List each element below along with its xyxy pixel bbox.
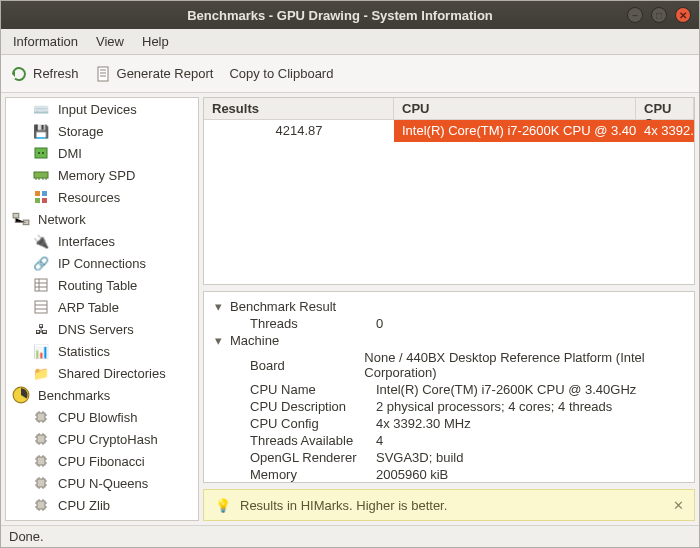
connections-icon: 🔗 (32, 254, 50, 272)
close-button[interactable]: ✕ (675, 7, 691, 23)
result-cfg: 4x 3392.3 (636, 120, 694, 142)
cpu-icon (32, 408, 50, 426)
sidebar-item-storage[interactable]: 💾Storage (6, 120, 198, 142)
arp-icon (32, 298, 50, 316)
main-panel: Results CPU CPU Cor 4214.87 Intel(R) Cor… (203, 97, 695, 521)
svg-rect-17 (37, 479, 45, 487)
folder-icon: 📁 (32, 364, 50, 382)
svg-point-2 (38, 152, 40, 154)
row-threads-available: Threads Available4 (212, 432, 686, 449)
sidebar-item-cpu-cryptohash[interactable]: CPU CryptoHash (6, 428, 198, 450)
board-icon (32, 144, 50, 162)
svg-rect-14 (37, 413, 45, 421)
svg-rect-18 (37, 501, 45, 509)
expander-icon[interactable]: ▾ (212, 299, 224, 314)
sidebar[interactable]: ⌨️Input Devices 💾Storage DMI Memory SPD … (5, 97, 199, 521)
svg-rect-0 (98, 67, 108, 81)
sidebar-item-cpu-nqueens[interactable]: CPU N-Queens (6, 472, 198, 494)
sidebar-item-cpu-fibonacci[interactable]: CPU Fibonacci (6, 450, 198, 472)
refresh-icon (11, 66, 27, 82)
svg-rect-15 (37, 435, 45, 443)
copy-clipboard-label: Copy to Clipboard (229, 66, 333, 81)
row-cpu-name: CPU NameIntel(R) Core(TM) i7-2600K CPU @… (212, 381, 686, 398)
svg-point-3 (42, 152, 44, 154)
routing-icon (32, 276, 50, 294)
fpu-icon (32, 518, 50, 521)
minimize-button[interactable]: – (627, 7, 643, 23)
cpu-icon (32, 452, 50, 470)
col-results[interactable]: Results (204, 98, 394, 119)
content-area: ⌨️Input Devices 💾Storage DMI Memory SPD … (1, 93, 699, 525)
svg-rect-11 (35, 279, 47, 291)
keyboard-icon: ⌨️ (32, 100, 50, 118)
svg-rect-5 (35, 191, 40, 196)
sidebar-item-cpu-zlib[interactable]: CPU Zlib (6, 494, 198, 516)
cpu-icon (32, 496, 50, 514)
window-title: Benchmarks - GPU Drawing - System Inform… (61, 8, 619, 23)
generate-report-button[interactable]: Generate Report (95, 66, 214, 82)
dns-icon: 🖧 (32, 320, 50, 338)
results-header: Results CPU CPU Cor (204, 98, 694, 120)
memory-icon (32, 166, 50, 184)
svg-rect-9 (13, 213, 19, 218)
row-threads: Threads0 (212, 315, 686, 332)
sidebar-item-fpu-fft[interactable]: FPU FFT (6, 516, 198, 521)
cpu-icon (32, 474, 50, 492)
svg-rect-1 (35, 148, 47, 158)
sidebar-item-routing-table[interactable]: Routing Table (6, 274, 198, 296)
storage-icon: 💾 (32, 122, 50, 140)
lightbulb-icon: 💡 (214, 496, 232, 514)
sidebar-item-arp-table[interactable]: ARP Table (6, 296, 198, 318)
sidebar-item-input-devices[interactable]: ⌨️Input Devices (6, 98, 198, 120)
benchmarks-icon (12, 386, 30, 404)
col-cpu-config[interactable]: CPU Cor (636, 98, 694, 119)
svg-rect-12 (35, 301, 47, 313)
toolbar: Refresh Generate Report Copy to Clipboar… (1, 55, 699, 93)
sidebar-item-interfaces[interactable]: 🔌Interfaces (6, 230, 198, 252)
window: Benchmarks - GPU Drawing - System Inform… (0, 0, 700, 548)
table-row[interactable]: 4214.87 Intel(R) Core(TM) i7-2600K CPU @… (204, 120, 694, 142)
menu-information[interactable]: Information (9, 32, 82, 51)
status-text: Done. (9, 529, 44, 544)
sidebar-item-resources[interactable]: Resources (6, 186, 198, 208)
svg-rect-16 (37, 457, 45, 465)
cpu-icon (32, 430, 50, 448)
group-machine[interactable]: ▾Machine (212, 332, 686, 349)
menu-help[interactable]: Help (138, 32, 173, 51)
row-memory: Memory2005960 kiB (212, 466, 686, 483)
svg-rect-8 (42, 198, 47, 203)
menubar: Information View Help (1, 29, 699, 55)
results-table: Results CPU CPU Cor 4214.87 Intel(R) Cor… (203, 97, 695, 285)
refresh-button[interactable]: Refresh (11, 66, 79, 82)
report-icon (95, 66, 111, 82)
sidebar-category-network[interactable]: Network (6, 208, 198, 230)
sidebar-category-benchmarks[interactable]: Benchmarks (6, 384, 198, 406)
stats-icon: 📊 (32, 342, 50, 360)
sidebar-item-cpu-blowfish[interactable]: CPU Blowfish (6, 406, 198, 428)
sidebar-item-memory-spd[interactable]: Memory SPD (6, 164, 198, 186)
sidebar-item-ip-connections[interactable]: 🔗IP Connections (6, 252, 198, 274)
statusbar: Done. (1, 525, 699, 547)
result-value: 4214.87 (204, 120, 394, 142)
refresh-label: Refresh (33, 66, 79, 81)
sidebar-item-shared-dirs[interactable]: 📁Shared Directories (6, 362, 198, 384)
copy-clipboard-button[interactable]: Copy to Clipboard (229, 66, 333, 81)
titlebar: Benchmarks - GPU Drawing - System Inform… (1, 1, 699, 29)
sidebar-item-dmi[interactable]: DMI (6, 142, 198, 164)
svg-rect-6 (42, 191, 47, 196)
network-icon (12, 210, 30, 228)
expander-icon[interactable]: ▾ (212, 333, 224, 348)
hint-bar: 💡 Results in HIMarks. Higher is better. … (203, 489, 695, 521)
col-cpu[interactable]: CPU (394, 98, 636, 119)
hint-close-button[interactable]: ✕ (673, 498, 684, 513)
sidebar-item-statistics[interactable]: 📊Statistics (6, 340, 198, 362)
sidebar-item-dns-servers[interactable]: 🖧DNS Servers (6, 318, 198, 340)
interfaces-icon: 🔌 (32, 232, 50, 250)
svg-rect-7 (35, 198, 40, 203)
group-benchmark-result[interactable]: ▾Benchmark Result (212, 298, 686, 315)
generate-report-label: Generate Report (117, 66, 214, 81)
menu-view[interactable]: View (92, 32, 128, 51)
row-opengl-renderer: OpenGL RendererSVGA3D; build (212, 449, 686, 466)
maximize-button[interactable]: □ (651, 7, 667, 23)
detail-panel[interactable]: ▾Benchmark Result Threads0 ▾Machine Boar… (203, 291, 695, 483)
